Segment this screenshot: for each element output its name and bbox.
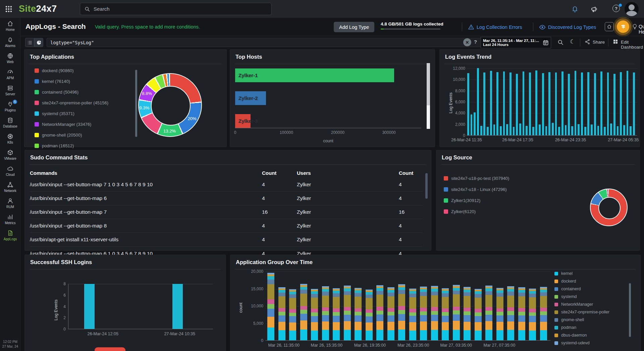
trend-bar[interactable]: [513, 127, 515, 135]
stacked-bar[interactable]: [540, 287, 547, 340]
user-avatar[interactable]: [625, 2, 639, 16]
discovered-log-types-link[interactable]: Discovered Log Types: [539, 24, 596, 31]
trend-bar[interactable]: [630, 126, 632, 135]
trend-bar[interactable]: [542, 73, 544, 135]
trend-bar[interactable]: [474, 112, 476, 135]
chart-scrollbar[interactable]: [427, 63, 430, 129]
date-range-picker[interactable]: Mar 26, 11:35:14 - Mar 27, 11:... Last 2…: [481, 37, 551, 48]
guided-tour-icon[interactable]: [617, 20, 629, 33]
table-row[interactable]: /usr/bin/xinput --get-button-map 64Zylke…: [30, 192, 422, 205]
legend-item[interactable]: NetworkManager (33476): [35, 122, 108, 127]
stacked-bar[interactable]: [442, 288, 449, 340]
trend-bar[interactable]: [627, 71, 629, 135]
log-collection-errors-link[interactable]: Log Collection Errors: [468, 24, 522, 30]
sidebar-item-rum[interactable]: RUM: [0, 195, 20, 211]
trend-bar[interactable]: [532, 127, 534, 135]
stacked-bar[interactable]: [376, 285, 383, 340]
trend-bar[interactable]: [548, 72, 550, 135]
stacked-bar[interactable]: [322, 286, 329, 340]
table-row[interactable]: /usr/bin/xinput --get-button-map 716Zylk…: [30, 205, 422, 219]
ssh-login-bar[interactable]: [84, 284, 95, 329]
notifications-bell-icon[interactable]: [571, 5, 579, 13]
legend-scrollbar[interactable]: [135, 70, 137, 137]
trend-bar[interactable]: [545, 126, 547, 135]
search-icon[interactable]: [557, 39, 564, 46]
trend-bar[interactable]: [477, 68, 479, 135]
trend-bar[interactable]: [617, 126, 619, 135]
legend-item[interactable]: gnome-shell: [554, 317, 609, 322]
legend-item[interactable]: NetworkManager: [554, 302, 609, 307]
stacked-bar[interactable]: [267, 273, 274, 340]
stacked-bar[interactable]: [387, 287, 394, 340]
page-title[interactable]: AppLogs - Search: [25, 22, 86, 31]
table-row[interactable]: /usr/bin/xinput --set-button-map 7 1 0 3…: [30, 178, 422, 192]
trend-bar[interactable]: [493, 124, 495, 135]
sidebar-item-metrics[interactable]: Metrics: [0, 211, 20, 227]
trend-bar[interactable]: [591, 124, 593, 135]
host-bar-zylker-1[interactable]: Zylker-1: [235, 68, 394, 82]
legend-item[interactable]: containerd: [554, 287, 609, 291]
log-source-donut-chart[interactable]: [590, 189, 628, 226]
lightbulb-icon[interactable]: [632, 23, 638, 30]
legend-item[interactable]: systemd (35371): [35, 111, 108, 116]
trend-bar[interactable]: [594, 73, 596, 135]
trend-bar[interactable]: [597, 126, 599, 135]
edit-dashboard-label[interactable]: Edit Dashboard: [621, 40, 644, 50]
trend-bar[interactable]: [571, 126, 573, 135]
legend-item[interactable]: podman: [554, 325, 609, 330]
legend-item[interactable]: site24x7-u18-pc-test (307940): [444, 176, 509, 181]
table-scrollbar[interactable]: [425, 173, 428, 199]
legend-item[interactable]: systemd-udevd: [554, 341, 609, 345]
legend-item[interactable]: dbus-daemon: [554, 333, 609, 338]
trend-bar[interactable]: [480, 126, 482, 135]
trend-bar[interactable]: [535, 70, 537, 135]
trend-bar[interactable]: [568, 74, 570, 135]
stacked-bar[interactable]: [507, 286, 514, 340]
sidebar-item-home[interactable]: Home: [0, 18, 20, 34]
top-applications-donut-chart[interactable]: 20%13.2%9.3%8.8%: [138, 73, 202, 137]
search-input[interactable]: [94, 6, 267, 12]
trend-bar[interactable]: [604, 127, 606, 135]
host-bar-zylker-3[interactable]: Zylker-3: [235, 114, 251, 128]
legend-item[interactable]: kernel: [554, 271, 609, 276]
stacked-bar[interactable]: [453, 285, 460, 340]
table-row[interactable]: /usr/bin/apt-get install x11-xserver-uti…: [30, 233, 422, 247]
trend-bar[interactable]: [503, 71, 505, 135]
stacked-bar[interactable]: [431, 286, 438, 340]
trend-bar[interactable]: [552, 123, 554, 135]
ssh-login-bar[interactable]: [172, 284, 183, 329]
trend-bar[interactable]: [539, 124, 541, 135]
trend-bar[interactable]: [623, 125, 625, 135]
trend-bar[interactable]: [519, 123, 521, 135]
trend-bar[interactable]: [506, 124, 508, 135]
stacked-bar[interactable]: [278, 287, 285, 340]
dashboard-home-icon[interactable]: [605, 22, 614, 31]
global-search-box[interactable]: [80, 3, 272, 15]
sidebar-item-apm[interactable]: APM: [0, 66, 20, 82]
legend-item[interactable]: gnome-shell (20500): [35, 133, 108, 138]
legend-item[interactable]: systemd: [554, 294, 609, 299]
quick-help-link[interactable]: Quick Help: [639, 24, 644, 35]
stacked-bar[interactable]: [344, 286, 351, 340]
query-chart-view-icon[interactable]: [34, 38, 43, 47]
share-label[interactable]: Share: [593, 40, 605, 45]
app-grid-icon[interactable]: [5, 5, 13, 13]
stacked-bar[interactable]: [366, 290, 373, 340]
legend-item[interactable]: dockerd (90860): [35, 68, 108, 73]
legend-item[interactable]: podman (16512): [35, 143, 108, 148]
table-row[interactable]: /usr/bin/xinput --get-button-map 84Zylke…: [30, 219, 422, 233]
query-help-icon[interactable]: ?: [474, 39, 477, 45]
stacked-bar[interactable]: [289, 289, 296, 340]
sidebar-item-vmware[interactable]: VMware: [0, 147, 20, 163]
sidebar-item-web[interactable]: Web: [0, 50, 20, 66]
trend-bar[interactable]: [471, 114, 473, 135]
trend-bar[interactable]: [581, 72, 583, 135]
trend-bar[interactable]: [620, 72, 622, 135]
legend-item[interactable]: dockerd: [554, 279, 609, 284]
trend-bar[interactable]: [496, 72, 498, 135]
sidebar-item-database[interactable]: Database: [0, 114, 20, 131]
trend-bar[interactable]: [523, 71, 525, 135]
stacked-bar[interactable]: [464, 287, 471, 340]
sidebar-item-network[interactable]: Network: [0, 179, 20, 195]
stacked-bar[interactable]: [355, 288, 362, 340]
